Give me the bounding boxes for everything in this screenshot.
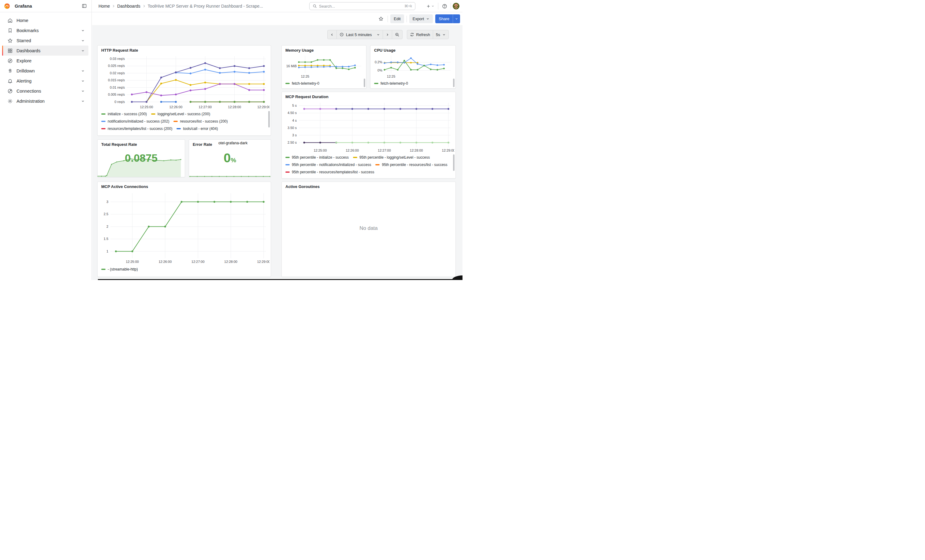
memory-usage-chart[interactable]: 12:2516 MiB — [283, 54, 365, 79]
legend-item[interactable]: logging/setLevel - success (200) — [151, 110, 210, 118]
share-button[interactable]: Share — [435, 14, 453, 23]
dashboards-grid-icon — [8, 48, 13, 54]
legend-item[interactable]: tools/list - success (200) — [152, 132, 198, 134]
sidebar-item-drilldown[interactable]: Drilldown — [2, 66, 88, 76]
panel-error-rate[interactable]: Error Rate otel-grafana-dark 0% — [189, 140, 271, 177]
svg-text:1: 1 — [107, 249, 108, 253]
panel-http-request-rate[interactable]: HTTP Request Rate 12:25:0012:26:0012:27:… — [97, 45, 271, 136]
legend-item[interactable]: resources/templates/list - success (200) — [101, 125, 172, 132]
legend-item[interactable]: notifications/initialized - success (202… — [101, 118, 169, 125]
search-shortcut: ⌘+k — [404, 4, 412, 8]
help-icon[interactable] — [440, 2, 449, 11]
svg-text:0.025 req/s: 0.025 req/s — [108, 64, 125, 68]
mcp-request-duration-chart[interactable]: 12:25:0012:26:0012:27:0012:28:0012:29:00… — [283, 101, 454, 153]
legend-swatch — [285, 83, 290, 84]
chevron-right-icon — [142, 4, 146, 8]
sidebar-item-connections[interactable]: Connections — [2, 86, 88, 96]
legend-scrollbar[interactable] — [268, 111, 270, 128]
panel-mcp-active-connections[interactable]: MCP Active Connections 12:25:0012:26:001… — [97, 182, 271, 277]
time-range-picker[interactable]: Last 5 minutes — [337, 30, 383, 39]
sidebar-item-alerting[interactable]: Alerting — [2, 76, 88, 86]
panel-cpu-usage[interactable]: CPU Usage 12:250.2%0% fetch-telemetry-0 — [370, 45, 456, 89]
chevron-down-icon[interactable] — [81, 69, 85, 73]
legend-item[interactable]: 95th percentile - notifications/initiali… — [285, 161, 371, 168]
legend-scrollbar[interactable] — [453, 155, 455, 171]
sidebar-item-administration[interactable]: Administration — [2, 96, 88, 106]
svg-text:4.50 s: 4.50 s — [288, 111, 297, 115]
svg-text:12:25:00: 12:25:00 — [140, 105, 153, 109]
sidebar-item-dashboards[interactable]: Dashboards — [2, 45, 88, 56]
breadcrumb-home[interactable]: Home — [98, 4, 110, 9]
divider — [387, 16, 388, 22]
sidebar-item-home[interactable]: Home — [2, 15, 88, 26]
zoom-out-icon — [395, 32, 399, 37]
refresh-interval-select[interactable]: 5s — [433, 30, 449, 39]
legend-item[interactable]: initialize - success (200) — [101, 110, 147, 118]
legend-item[interactable]: fetch-telemetry-0 — [374, 80, 408, 87]
svg-text:0.005 req/s: 0.005 req/s — [108, 93, 125, 96]
plug-icon — [8, 89, 13, 94]
screen-edge-artifact — [98, 279, 462, 280]
sidebar-toggle-icon[interactable] — [80, 2, 88, 11]
chevron-down-icon[interactable] — [81, 39, 85, 42]
svg-text:0.015 req/s: 0.015 req/s — [108, 78, 125, 82]
mcp-active-connections-chart[interactable]: 12:25:0012:26:0012:27:0012:28:0012:29:00… — [99, 191, 270, 264]
legend-swatch — [285, 164, 290, 165]
chevron-left-icon — [330, 33, 334, 36]
legend-item[interactable]: resources/list - success (200) — [173, 118, 227, 125]
chevron-down-icon[interactable] — [81, 49, 85, 53]
no-data-message: No data — [282, 225, 455, 231]
time-shift-forward-button[interactable] — [383, 30, 392, 39]
chevron-down-icon[interactable] — [81, 89, 85, 93]
legend-scrollbar[interactable] — [364, 78, 365, 87]
breadcrumb-dashboards[interactable]: Dashboards — [117, 4, 140, 9]
legend-swatch — [101, 121, 105, 122]
panel-mcp-request-duration[interactable]: MCP Request Duration 12:25:0012:26:0012:… — [282, 92, 456, 179]
svg-text:12:25: 12:25 — [301, 75, 310, 78]
zoom-out-button[interactable] — [392, 30, 402, 39]
panel-active-goroutines[interactable]: Active Goroutines No data — [282, 182, 456, 277]
legend-swatch — [151, 113, 155, 115]
legend-item[interactable]: - (streamable-http) — [101, 266, 138, 273]
edit-button[interactable]: Edit — [390, 14, 404, 23]
time-shift-back-button[interactable] — [328, 30, 337, 39]
legend-item[interactable]: unknown - success (200) — [202, 132, 250, 134]
svg-text:12:28:00: 12:28:00 — [410, 149, 423, 152]
share-dropdown-caret[interactable] — [453, 14, 460, 23]
sidebar-item-explore[interactable]: Explore — [2, 56, 88, 66]
panel-title: MCP Active Connections — [98, 182, 271, 189]
chevron-down-icon[interactable] — [81, 29, 85, 32]
user-avatar[interactable] — [453, 3, 459, 9]
chevron-right-icon — [386, 33, 389, 36]
legend-item[interactable]: 95th percentile - logging/setLevel - suc… — [353, 154, 430, 161]
panel-title: Active Goroutines — [282, 182, 455, 189]
legend-item[interactable]: tools/call - error (404) — [176, 125, 218, 132]
panel-total-request-rate[interactable]: Total Request Rate 0.0875 — [97, 140, 185, 177]
stat-value: 0% — [189, 151, 271, 165]
svg-text:3 s: 3 s — [292, 133, 297, 137]
legend-swatch — [176, 128, 181, 129]
svg-text:4 s: 4 s — [292, 119, 297, 122]
sidebar-item-bookmarks[interactable]: Bookmarks — [2, 26, 88, 36]
legend-scrollbar[interactable] — [453, 78, 455, 87]
refresh-button[interactable]: Refresh — [407, 30, 434, 39]
favorite-star-button[interactable] — [377, 15, 385, 23]
panel-memory-usage[interactable]: Memory Usage 12:2516 MiB fetch-telemetry… — [282, 45, 366, 89]
legend-item[interactable]: 95th percentile - initialize - success — [285, 154, 349, 161]
cpu-usage-chart[interactable]: 12:250.2%0% — [372, 54, 454, 79]
panel-title: CPU Usage — [371, 45, 455, 53]
legend-item[interactable]: 95th percentile - resources/templates/li… — [285, 168, 374, 176]
add-button[interactable] — [424, 2, 436, 11]
chevron-down-icon[interactable] — [81, 79, 85, 83]
sidebar-item-starred[interactable]: Starred — [2, 36, 88, 45]
legend-item[interactable]: fetch-telemetry-0 — [285, 80, 319, 87]
legend-item[interactable]: tools/call - success (200) — [101, 132, 148, 134]
export-button[interactable]: Export — [409, 14, 433, 23]
legend-item[interactable]: 95th percentile - resources/list - succe… — [375, 161, 447, 168]
grafana-logo[interactable] — [4, 3, 11, 9]
http-request-rate-chart[interactable]: 12:25:0012:26:0012:27:0012:28:0012:29:00… — [99, 54, 270, 110]
svg-text:12:27:00: 12:27:00 — [191, 260, 205, 263]
chevron-down-icon[interactable] — [81, 99, 85, 103]
search-input[interactable]: Search... ⌘+k — [309, 2, 416, 10]
svg-text:2: 2 — [107, 225, 108, 228]
